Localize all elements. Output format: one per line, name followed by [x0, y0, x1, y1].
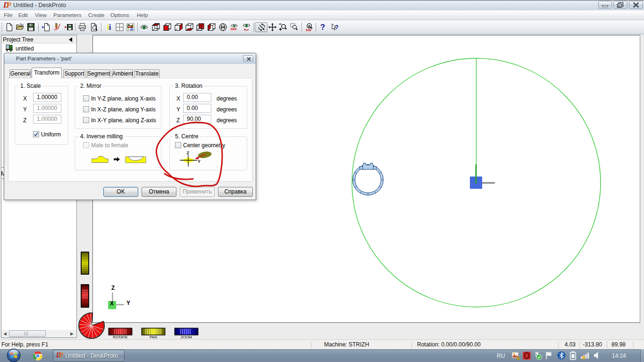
- svg-text:Z: Z: [111, 285, 115, 291]
- svg-text:100: 100: [305, 28, 311, 32]
- svg-text:Y: Y: [126, 300, 130, 306]
- svg-text:DEF.: DEF.: [231, 27, 237, 31]
- svg-text:X: X: [110, 300, 114, 307]
